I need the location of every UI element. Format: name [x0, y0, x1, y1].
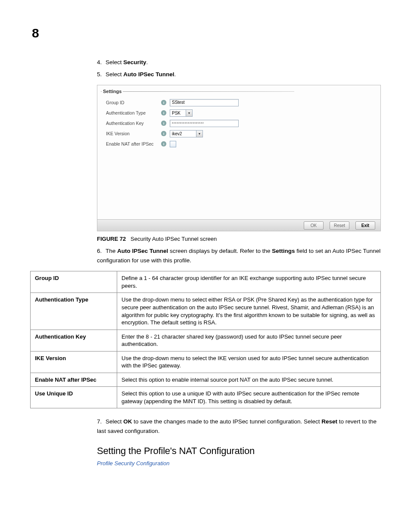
steps-list-top: 4.Select Security. 5.Select Auto IPSec T… [97, 58, 381, 79]
figure-label: FIGURE 72 [97, 236, 126, 242]
cell-val: Select this option to use a unique ID wi… [117, 387, 381, 408]
row-auth-key: Authentication Key i *******************… [106, 118, 372, 128]
table-row: Use Unique IDSelect this option to use a… [31, 387, 381, 408]
table-row: Authentication TypeUse the drop-down men… [31, 293, 381, 330]
label-enable-nat: Enable NAT after IPSec [106, 141, 161, 146]
step-suffix: . [146, 59, 148, 65]
step-suffix: . [174, 71, 176, 78]
fieldset-rule [101, 91, 294, 92]
step-text: Select [106, 71, 123, 78]
step-number: 6. [97, 246, 106, 256]
step-6: 6.The Auto IPSec Tunnel screen displays … [97, 246, 381, 265]
input-group-id[interactable]: SStest [170, 99, 239, 106]
cell-key: IKE Version [31, 351, 117, 373]
info-icon[interactable]: i [161, 110, 166, 115]
checkbox-enable-nat[interactable] [170, 141, 176, 147]
settings-description-table: Group IDDefine a 1 - 64 character group … [30, 271, 381, 408]
select-auth-type-value: PSK [170, 111, 186, 115]
section-heading: Setting the Profile's NAT Configuration [97, 445, 381, 457]
select-ike-version[interactable]: ikev2 ▼ [170, 130, 203, 137]
cell-key: Use Unique ID [31, 387, 117, 408]
profile-security-config-link[interactable]: Profile Security Configuration [97, 460, 381, 467]
exit-button[interactable]: Exit [355, 221, 375, 230]
figure-caption: FIGURE 72 Security Auto IPSec Tunnel scr… [97, 236, 381, 242]
label-group-id: Group ID [106, 100, 161, 105]
b: Reset [321, 418, 337, 425]
row-enable-nat: Enable NAT after IPSec i [106, 139, 372, 149]
step-6-list: 6.The Auto IPSec Tunnel screen displays … [97, 246, 381, 265]
label-auth-type: Authentication Type [106, 110, 161, 115]
select-ike-value: ikev2 [170, 131, 196, 136]
info-icon[interactable]: i [161, 131, 166, 136]
input-auth-key[interactable]: ******************** [170, 120, 239, 127]
settings-screenshot: Settings Group ID i SStest Authenticatio… [97, 85, 381, 231]
step-bold: Security [123, 59, 146, 65]
table-row: Group IDDefine a 1 - 64 character group … [31, 271, 381, 293]
info-icon[interactable]: i [161, 121, 166, 126]
figure-caption-text: Security Auto IPSec Tunnel screen [131, 236, 217, 242]
chevron-down-icon: ▼ [186, 110, 192, 116]
chevron-down-icon: ▼ [196, 131, 202, 137]
select-auth-type[interactable]: PSK ▼ [170, 109, 193, 117]
step-7: 7.Select OK to save the changes made to … [97, 417, 381, 436]
b: Auto IPSec Tunnel [117, 248, 168, 254]
t: screen displays by default. Refer to the [168, 248, 272, 254]
table-row: Enable NAT after IPSecSelect this option… [31, 373, 381, 387]
info-icon[interactable]: i [161, 100, 166, 105]
cell-val: Select this option to enable internal so… [117, 373, 381, 387]
step-text: Select [106, 59, 123, 65]
step-number: 7. [97, 417, 106, 426]
dialog-footer: OK Reset Exit [97, 219, 380, 231]
ok-button[interactable]: OK [304, 221, 324, 230]
b: Settings [272, 248, 295, 254]
cell-key: Enable NAT after IPSec [31, 373, 117, 387]
t: Select [106, 418, 123, 425]
row-ike-version: IKE Version i ikev2 ▼ [106, 128, 372, 139]
reset-button[interactable]: Reset [330, 221, 349, 230]
step-7-list: 7.Select OK to save the changes made to … [97, 417, 381, 436]
row-group-id: Group ID i SStest [106, 97, 372, 108]
step-bold: Auto IPSec Tunnel [123, 71, 174, 78]
cell-key: Group ID [31, 271, 117, 293]
label-ike-version: IKE Version [106, 131, 161, 136]
step-4: 4.Select Security. [97, 58, 381, 67]
cell-key: Authentication Type [31, 293, 117, 330]
step-number: 4. [97, 58, 106, 67]
t: The [106, 248, 117, 254]
info-icon[interactable]: i [161, 141, 166, 146]
t: to save the changes made to the auto IPS… [132, 418, 322, 425]
step-5: 5.Select Auto IPSec Tunnel. [97, 70, 381, 79]
chapter-number: 8 [32, 26, 381, 40]
cell-key: Authentication Key [31, 330, 117, 351]
step-number: 5. [97, 70, 106, 79]
settings-legend: Settings [102, 89, 123, 94]
table-row: IKE VersionUse the drop-down menu to sel… [31, 351, 381, 373]
label-auth-key: Authentication Key [106, 121, 161, 126]
cell-val: Define a 1 - 64 character group identifi… [117, 271, 381, 293]
cell-val: Enter the 8 - 21 character shared key (p… [117, 330, 381, 351]
cell-val: Use the drop-down menu to select the IKE… [117, 351, 381, 373]
b: OK [123, 418, 132, 425]
row-auth-type: Authentication Type i PSK ▼ [106, 108, 372, 118]
table-row: Authentication KeyEnter the 8 - 21 chara… [31, 330, 381, 351]
cell-val: Use the drop-down menu to select either … [117, 293, 381, 330]
